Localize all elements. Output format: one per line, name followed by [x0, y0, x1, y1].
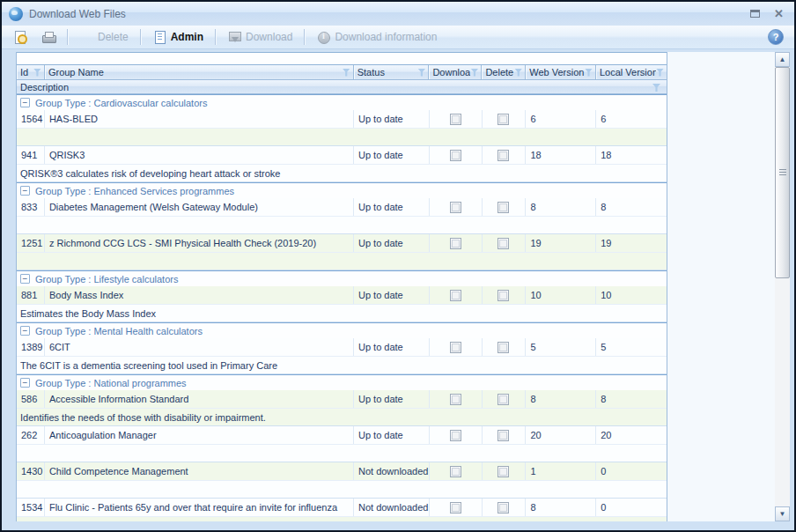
column-header-status[interactable]: Status [354, 65, 430, 79]
toolbar-print-button[interactable] [35, 27, 62, 47]
column-header-web-version[interactable]: Web Version [526, 65, 596, 79]
table-row[interactable]: 1534Flu Clinic - Patients 65y and over t… [17, 499, 667, 517]
delete-checkbox[interactable] [498, 502, 509, 514]
filter-icon[interactable] [33, 69, 41, 77]
collapse-icon[interactable]: − [20, 98, 30, 107]
group-row[interactable]: −Group Type : National programmes [17, 374, 667, 390]
app-window: Download Web Files ✕ DeleteAdminDownload… [0, 0, 796, 532]
download-checkbox[interactable] [450, 202, 461, 213]
download-checkbox[interactable] [450, 342, 461, 353]
table-row[interactable]: 262Anticoagulation ManagerUp to date2020 [17, 426, 667, 445]
download-checkbox[interactable] [450, 114, 461, 125]
id-cell: 881 [17, 286, 45, 304]
status-cell: Up to date [354, 234, 430, 252]
id-cell: 586 [17, 390, 45, 408]
delete-checkbox[interactable] [498, 430, 509, 441]
column-header-local-version[interactable]: Local Version [596, 65, 667, 79]
filter-icon[interactable] [656, 69, 664, 77]
scrollbar-thumb[interactable] [775, 67, 790, 278]
toolbar-download-button[interactable]: Download [221, 27, 298, 47]
group-row[interactable]: −Group Type : Enhanced Services programm… [17, 182, 667, 198]
collapse-icon[interactable]: − [20, 326, 30, 336]
id-cell: 833 [17, 198, 45, 216]
group-row[interactable]: −Group Type : Cardiovascular calculators [17, 94, 667, 110]
toolbar-delete-button[interactable]: Delete [73, 27, 135, 47]
group-name-cell: Diabetes Management (Welsh Gateway Modul… [45, 198, 354, 216]
delete-checkbox[interactable] [498, 394, 509, 405]
globe-app-icon [9, 7, 23, 21]
checkbox-cell [430, 338, 483, 356]
table-row[interactable]: 1564HAS-BLEDUp to date66 [17, 110, 667, 129]
collapse-icon[interactable]: − [20, 186, 30, 196]
collapse-icon[interactable]: − [20, 274, 30, 284]
status-cell: Not downloaded [354, 462, 430, 480]
filter-icon[interactable] [343, 69, 350, 77]
toolbar-separator [140, 29, 141, 45]
close-icon[interactable]: ✕ [774, 8, 784, 19]
group-label: Group Type : National programmes [35, 378, 187, 388]
download-checkbox[interactable] [450, 150, 461, 161]
column-header-delete[interactable]: Delete [482, 65, 526, 79]
table-row[interactable]: 586Accessible Information StandardUp to … [17, 390, 667, 409]
delete-checkbox[interactable] [498, 466, 509, 477]
print-icon [41, 30, 55, 44]
column-header-description[interactable]: Description [17, 80, 667, 94]
delete-checkbox[interactable] [498, 290, 509, 301]
local-version-cell: 8 [596, 390, 667, 408]
download-checkbox[interactable] [450, 502, 461, 514]
web-version-cell: 10 [526, 286, 596, 304]
column-header-label: Group Name [48, 67, 343, 78]
maximize-icon[interactable] [750, 10, 760, 18]
column-header-id[interactable]: Id [17, 65, 45, 79]
delete-checkbox[interactable] [498, 150, 509, 161]
id-cell: 1389 [17, 338, 45, 356]
toolbar-download-information-button[interactable]: Download information [310, 27, 443, 47]
local-version-cell: 19 [596, 234, 667, 252]
scroll-up-icon[interactable]: ▲ [775, 52, 790, 67]
download-checkbox[interactable] [450, 394, 461, 405]
scroll-down-icon[interactable]: ▼ [775, 506, 790, 521]
download-checkbox[interactable] [450, 238, 461, 249]
toolbar-admin-button[interactable]: Admin [146, 27, 210, 47]
download-checkbox[interactable] [450, 466, 461, 477]
description-row [17, 481, 667, 499]
table-row[interactable]: 13896CITUp to date55 [17, 338, 667, 357]
download-checkbox[interactable] [450, 430, 461, 441]
filter-icon[interactable] [417, 69, 425, 77]
group-row[interactable]: −Group Type : Mental Health calculators [17, 322, 667, 338]
vertical-scrollbar[interactable]: ▲ ▼ [775, 52, 790, 521]
group-row[interactable]: −Group Type : Lifestyle calculators [17, 270, 667, 286]
table-row[interactable]: 881Body Mass IndexUp to date1010 [17, 286, 667, 305]
status-cell: Up to date [354, 110, 430, 128]
toolbar-print-preview-button[interactable] [7, 27, 33, 47]
id-cell: 1251 [17, 234, 45, 252]
local-version-cell: 0 [596, 499, 667, 516]
local-version-cell: 0 [596, 462, 667, 480]
table-row[interactable]: 1430Child Competence ManagementNot downl… [17, 462, 667, 481]
toolbar-separator [215, 29, 216, 45]
local-version-cell: 18 [596, 146, 667, 164]
column-header-download[interactable]: Download [429, 65, 482, 79]
download-checkbox[interactable] [450, 290, 461, 301]
filter-icon[interactable] [585, 69, 593, 77]
help-icon[interactable]: ? [768, 29, 784, 45]
column-header-group-name[interactable]: Group Name [45, 65, 354, 79]
delete-checkbox[interactable] [498, 202, 509, 213]
local-version-cell: 6 [596, 110, 667, 128]
table-row[interactable]: 941QRISK3Up to date1818 [17, 146, 667, 165]
status-cell: Up to date [354, 426, 430, 444]
delete-checkbox[interactable] [498, 238, 509, 249]
filter-icon[interactable] [470, 69, 478, 77]
description-row: QRISK®3 calculates risk of developing he… [17, 165, 667, 182]
delete-checkbox[interactable] [498, 114, 509, 125]
table-row[interactable]: 833Diabetes Management (Welsh Gateway Mo… [17, 198, 667, 217]
status-cell: Up to date [354, 390, 430, 408]
web-version-cell: 8 [526, 198, 596, 216]
filter-icon[interactable] [514, 69, 522, 77]
collapse-icon[interactable]: − [20, 378, 30, 388]
delete-checkbox[interactable] [498, 342, 509, 353]
local-version-cell: 8 [596, 198, 667, 216]
table-row[interactable]: 1251z Richmond CCG LCS - SMI Physical He… [17, 234, 667, 253]
checkbox-cell [430, 462, 483, 480]
checkbox-cell [483, 426, 527, 444]
